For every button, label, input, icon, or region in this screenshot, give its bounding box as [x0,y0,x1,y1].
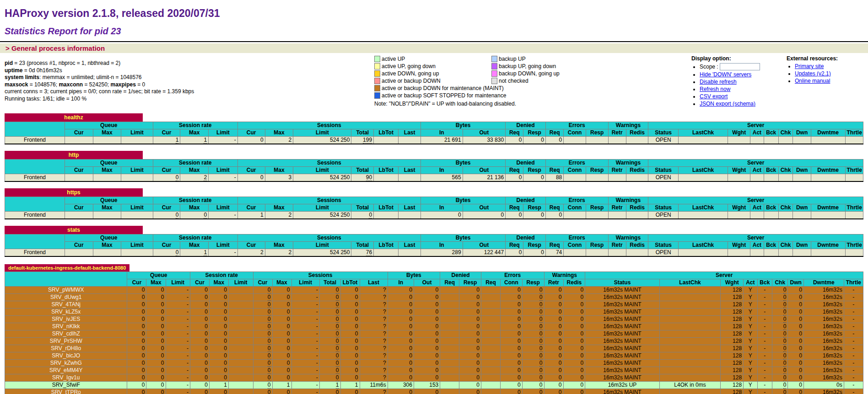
stat-cell: Y [744,287,758,294]
proxy-title-link[interactable]: http [5,151,143,159]
external-resource-link[interactable]: Online manual [795,78,830,84]
stat-value: 0 [336,374,339,381]
stat-cell: 0 [414,309,440,316]
stat-cell: 0 [388,374,414,382]
table-row: SRV_rDH8o00-0000-00?000000016m32s MAINT1… [5,345,863,352]
display-option-link[interactable]: CSV export [700,93,728,100]
stat-cell [811,249,845,257]
stat-cell: 0 [544,360,563,367]
column-header: Chk [778,167,793,174]
column-header: Act [750,242,764,249]
legend-item: not checked [491,78,528,84]
stat-cell: 0 [340,367,360,374]
column-header: Thrtle [845,167,863,174]
column-header: Dwn [793,129,811,137]
display-option-link[interactable]: Disable refresh [700,79,737,85]
stat-cell: - [209,212,238,219]
stat-cell: 128 [721,338,744,345]
column-header: Req [546,242,564,249]
display-option-link[interactable]: Hide 'DOWN' servers [700,71,751,78]
server-link[interactable]: SRV_dUwg1 [50,294,81,300]
stat-cell: 0 [546,212,564,219]
column-group-header: Sessions [253,272,388,279]
server-link[interactable]: SRV_ivJES [52,316,80,322]
stat-cell: 0 [459,294,481,301]
column-header: Retr [608,204,626,212]
stat-cell: 0 [501,287,523,294]
stat-value: 0 [336,389,339,394]
stat-cell: 0 [388,309,414,316]
stat-cell: OPEN [648,212,678,219]
server-link[interactable]: SRV_pWMWX [48,287,84,293]
column-header: Dwntme [803,279,844,287]
stat-value: 0 [268,330,271,337]
stat-cell: 0 [414,367,440,374]
server-link[interactable]: SRV_cdIhZ [52,330,80,337]
stat-cell: ? [360,309,388,316]
proxy-title-link[interactable]: healthz [5,113,143,122]
server-link[interactable]: SRV_SfwiF [52,382,80,388]
stat-cell [121,174,153,182]
column-header: In [421,242,463,249]
stat-value: 0 [204,212,207,218]
server-link[interactable]: SRV_4TANj [51,301,81,308]
column-header: Limit [209,129,238,137]
stat-cell [659,330,721,338]
stat-cell [728,249,750,257]
table-corner [5,122,65,137]
column-header: Conn [564,204,586,212]
column-header: Chk [778,129,793,137]
server-link[interactable]: SRV_kLZ5x [51,309,81,315]
haproxy-version-link[interactable]: HAProxy version 2.1.8, released 2020/07/… [5,7,863,20]
stat-cell: 74 [546,249,564,257]
server-link[interactable]: SRV_bicJO [52,352,80,359]
stat-cell [778,137,793,144]
proxy-title-link[interactable]: default-kubernetes-ingress-default-backe… [5,264,129,272]
stat-cell: 0 [788,338,803,345]
table-row: SRV_nKlkk00-0000-00?000000016m32s MAINT1… [5,323,863,330]
stat-cell: - [844,316,863,323]
stat-cell: 16m32s MAINT [585,287,659,294]
stat-cell: 0 [544,294,563,301]
stat-cell: 199 [351,137,374,144]
stat-cell [845,137,863,144]
legend-label: backup UP, going down [499,63,556,69]
proxy-title-link[interactable]: https [5,188,143,197]
stat-cell: 0 [463,212,506,219]
stat-cell [659,338,721,345]
stat-cell: 0 [351,212,374,219]
proxy-title-link[interactable]: stats [5,226,143,234]
stat-cell [481,382,501,389]
server-link[interactable]: SRV_eMM4Y [49,367,82,373]
display-option-link[interactable]: JSON export (schema) [700,101,755,107]
stat-cell: 0 [272,352,291,360]
stat-cell: 16m32s [803,323,844,330]
stat-cell: 0 [340,338,360,345]
stat-cell: 0 [153,174,180,182]
external-resource-link[interactable]: Primary site [795,63,824,69]
stat-cell: 0 [788,389,803,394]
stat-cell: 0 [563,330,585,338]
stat-value: 0 [336,301,339,308]
server-link[interactable]: SRV_kZwhG [50,360,82,366]
stat-value: 0 [783,330,787,337]
stat-cell: 0 [253,389,272,394]
server-link[interactable]: SRV_rDH8o [51,345,81,351]
server-link[interactable]: SRV_PrSHW [50,338,82,344]
stat-cell: Y [744,382,758,389]
stat-value: 0 [539,367,543,374]
stat-cell: - [757,330,772,338]
table-row: SRV_dUwg100-0000-00?000000016m32s MAINT1… [5,294,863,301]
scope-input[interactable] [720,63,760,70]
stat-cell [626,137,648,144]
stat-cell: 0 [210,345,229,352]
server-link[interactable]: SRV_nKlkk [52,323,80,330]
server-link[interactable]: SRV_tTPRo [51,389,81,394]
stat-cell: 0 [146,345,166,352]
stat-cell: 0 [788,345,803,352]
server-link[interactable]: SRV_Igv1u [52,374,80,381]
external-resource-link[interactable]: Updates (v2.1) [795,70,831,77]
stat-cell [811,174,845,182]
display-option-link[interactable]: Refresh now [700,86,730,92]
group-header-row: QueueSession rateSessionsBytesDeniedErro… [5,122,863,129]
